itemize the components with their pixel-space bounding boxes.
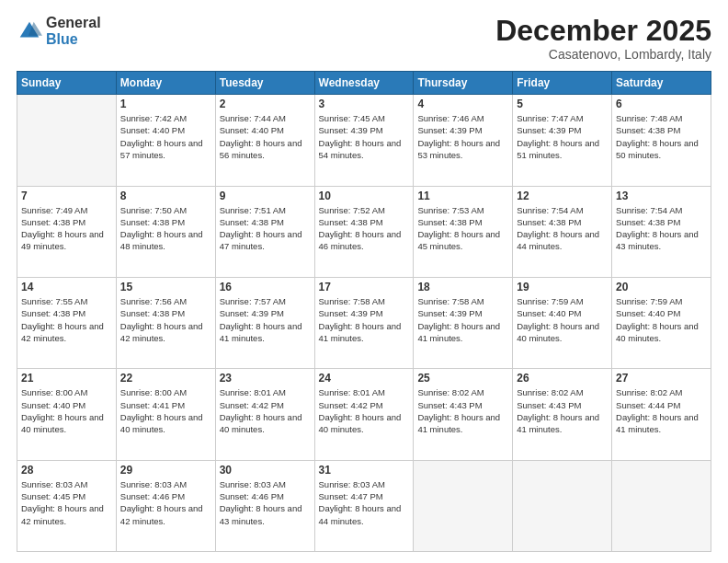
day-number: 28	[21, 464, 112, 477]
table-row: 2Sunrise: 7:44 AM Sunset: 4:40 PM Daylig…	[215, 95, 314, 186]
day-info: Sunrise: 7:58 AM Sunset: 4:39 PM Dayligh…	[319, 295, 410, 344]
table-row: 9Sunrise: 7:51 AM Sunset: 4:38 PM Daylig…	[215, 186, 314, 277]
header: General Blue December 2025 Casatenovo, L…	[17, 15, 711, 62]
title-section: December 2025 Casatenovo, Lombardy, Ital…	[495, 15, 711, 62]
day-info: Sunrise: 7:47 AM Sunset: 4:39 PM Dayligh…	[517, 112, 608, 161]
table-row: 3Sunrise: 7:45 AM Sunset: 4:39 PM Daylig…	[314, 95, 414, 186]
day-info: Sunrise: 7:58 AM Sunset: 4:39 PM Dayligh…	[417, 295, 508, 344]
month-title: December 2025	[495, 15, 711, 47]
day-info: Sunrise: 7:59 AM Sunset: 4:40 PM Dayligh…	[517, 295, 608, 344]
header-thursday: Thursday	[414, 72, 513, 95]
day-info: Sunrise: 7:53 AM Sunset: 4:38 PM Dayligh…	[417, 204, 508, 253]
day-number: 30	[220, 464, 311, 477]
day-number: 31	[319, 464, 410, 477]
day-number: 25	[417, 372, 508, 385]
table-row: 17Sunrise: 7:58 AM Sunset: 4:39 PM Dayli…	[314, 277, 414, 368]
day-number: 17	[319, 281, 410, 293]
logo: General Blue	[17, 15, 101, 47]
day-info: Sunrise: 7:51 AM Sunset: 4:38 PM Dayligh…	[220, 204, 311, 253]
day-info: Sunrise: 8:03 AM Sunset: 4:47 PM Dayligh…	[319, 478, 410, 527]
table-row: 25Sunrise: 8:02 AM Sunset: 4:43 PM Dayli…	[414, 369, 513, 460]
day-number: 6	[616, 98, 707, 110]
day-number: 3	[319, 98, 410, 110]
day-info: Sunrise: 7:55 AM Sunset: 4:38 PM Dayligh…	[21, 295, 112, 344]
day-info: Sunrise: 8:00 AM Sunset: 4:41 PM Dayligh…	[120, 386, 211, 435]
day-info: Sunrise: 7:52 AM Sunset: 4:38 PM Dayligh…	[319, 204, 410, 253]
table-row	[17, 95, 117, 186]
day-number: 18	[417, 281, 508, 293]
calendar-header-row: Sunday Monday Tuesday Wednesday Thursday…	[17, 72, 711, 95]
table-row: 10Sunrise: 7:52 AM Sunset: 4:38 PM Dayli…	[314, 186, 414, 277]
day-info: Sunrise: 7:42 AM Sunset: 4:40 PM Dayligh…	[120, 112, 211, 161]
day-info: Sunrise: 7:46 AM Sunset: 4:39 PM Dayligh…	[417, 112, 508, 161]
day-number: 2	[220, 98, 311, 110]
day-number: 29	[120, 464, 211, 477]
day-info: Sunrise: 8:00 AM Sunset: 4:40 PM Dayligh…	[21, 386, 112, 435]
location: Casatenovo, Lombardy, Italy	[495, 47, 711, 62]
day-number: 13	[616, 190, 707, 202]
table-row: 26Sunrise: 8:02 AM Sunset: 4:43 PM Dayli…	[513, 369, 612, 460]
day-number: 22	[120, 372, 211, 385]
day-info: Sunrise: 8:03 AM Sunset: 4:45 PM Dayligh…	[21, 478, 112, 527]
header-wednesday: Wednesday	[314, 72, 414, 95]
table-row	[513, 460, 612, 551]
table-row: 12Sunrise: 7:54 AM Sunset: 4:38 PM Dayli…	[513, 186, 612, 277]
day-number: 14	[21, 281, 112, 293]
day-info: Sunrise: 7:44 AM Sunset: 4:40 PM Dayligh…	[220, 112, 311, 161]
table-row: 15Sunrise: 7:56 AM Sunset: 4:38 PM Dayli…	[116, 277, 215, 368]
table-row: 14Sunrise: 7:55 AM Sunset: 4:38 PM Dayli…	[17, 277, 117, 368]
table-row: 30Sunrise: 8:03 AM Sunset: 4:46 PM Dayli…	[215, 460, 314, 551]
day-number: 21	[21, 372, 112, 385]
table-row: 24Sunrise: 8:01 AM Sunset: 4:42 PM Dayli…	[314, 369, 414, 460]
table-row: 8Sunrise: 7:50 AM Sunset: 4:38 PM Daylig…	[116, 186, 215, 277]
table-row: 6Sunrise: 7:48 AM Sunset: 4:38 PM Daylig…	[612, 95, 711, 186]
day-info: Sunrise: 7:48 AM Sunset: 4:38 PM Dayligh…	[616, 112, 707, 161]
day-number: 11	[417, 190, 508, 202]
day-info: Sunrise: 8:01 AM Sunset: 4:42 PM Dayligh…	[319, 386, 410, 435]
day-info: Sunrise: 7:49 AM Sunset: 4:38 PM Dayligh…	[21, 204, 112, 253]
day-info: Sunrise: 7:45 AM Sunset: 4:39 PM Dayligh…	[319, 112, 410, 161]
day-number: 20	[616, 281, 707, 293]
day-info: Sunrise: 8:02 AM Sunset: 4:43 PM Dayligh…	[417, 386, 508, 435]
table-row: 23Sunrise: 8:01 AM Sunset: 4:42 PM Dayli…	[215, 369, 314, 460]
table-row	[414, 460, 513, 551]
header-sunday: Sunday	[17, 72, 117, 95]
day-number: 8	[120, 190, 211, 202]
table-row: 27Sunrise: 8:02 AM Sunset: 4:44 PM Dayli…	[612, 369, 711, 460]
day-info: Sunrise: 8:03 AM Sunset: 4:46 PM Dayligh…	[220, 478, 311, 527]
day-number: 1	[120, 98, 211, 110]
table-row: 28Sunrise: 8:03 AM Sunset: 4:45 PM Dayli…	[17, 460, 117, 551]
day-number: 15	[120, 281, 211, 293]
table-row: 18Sunrise: 7:58 AM Sunset: 4:39 PM Dayli…	[414, 277, 513, 368]
day-number: 10	[319, 190, 410, 202]
table-row: 11Sunrise: 7:53 AM Sunset: 4:38 PM Dayli…	[414, 186, 513, 277]
day-number: 24	[319, 372, 410, 385]
logo-general: General	[46, 15, 101, 31]
table-row: 20Sunrise: 7:59 AM Sunset: 4:40 PM Dayli…	[612, 277, 711, 368]
table-row: 19Sunrise: 7:59 AM Sunset: 4:40 PM Dayli…	[513, 277, 612, 368]
table-row: 29Sunrise: 8:03 AM Sunset: 4:46 PM Dayli…	[116, 460, 215, 551]
day-info: Sunrise: 7:59 AM Sunset: 4:40 PM Dayligh…	[616, 295, 707, 344]
calendar-week-row: 21Sunrise: 8:00 AM Sunset: 4:40 PM Dayli…	[17, 369, 711, 460]
day-number: 26	[517, 372, 608, 385]
day-number: 12	[517, 190, 608, 202]
day-number: 4	[417, 98, 508, 110]
day-number: 7	[21, 190, 112, 202]
table-row: 5Sunrise: 7:47 AM Sunset: 4:39 PM Daylig…	[513, 95, 612, 186]
day-info: Sunrise: 8:01 AM Sunset: 4:42 PM Dayligh…	[220, 386, 311, 435]
table-row	[612, 460, 711, 551]
table-row: 1Sunrise: 7:42 AM Sunset: 4:40 PM Daylig…	[116, 95, 215, 186]
calendar-week-row: 7Sunrise: 7:49 AM Sunset: 4:38 PM Daylig…	[17, 186, 711, 277]
calendar-week-row: 14Sunrise: 7:55 AM Sunset: 4:38 PM Dayli…	[17, 277, 711, 368]
day-info: Sunrise: 8:02 AM Sunset: 4:43 PM Dayligh…	[517, 386, 608, 435]
day-number: 27	[616, 372, 707, 385]
day-number: 23	[220, 372, 311, 385]
header-saturday: Saturday	[612, 72, 711, 95]
day-info: Sunrise: 8:02 AM Sunset: 4:44 PM Dayligh…	[616, 386, 707, 435]
calendar-week-row: 28Sunrise: 8:03 AM Sunset: 4:45 PM Dayli…	[17, 460, 711, 551]
day-info: Sunrise: 7:50 AM Sunset: 4:38 PM Dayligh…	[120, 204, 211, 253]
header-monday: Monday	[116, 72, 215, 95]
day-number: 16	[220, 281, 311, 293]
table-row: 31Sunrise: 8:03 AM Sunset: 4:47 PM Dayli…	[314, 460, 414, 551]
logo-icon	[17, 18, 42, 44]
